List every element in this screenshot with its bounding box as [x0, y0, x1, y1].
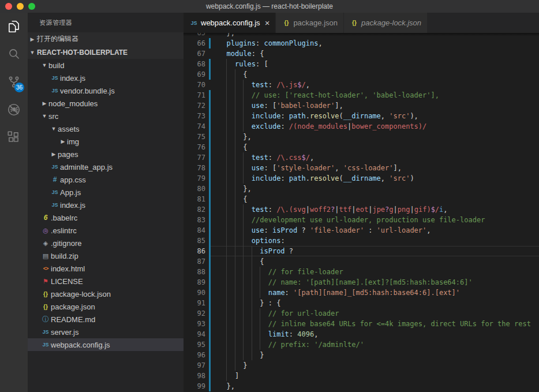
token: woff2 — [310, 206, 331, 214]
token: : — [268, 206, 276, 214]
modified-line-indicator — [209, 194, 211, 204]
code-line-91[interactable]: 91 } : { — [184, 298, 539, 308]
code-line-73[interactable]: 73 include: path.resolve(__dirname, 'src… — [184, 111, 539, 121]
token: jpe — [372, 206, 385, 214]
indent-whitespace — [218, 39, 226, 47]
token: : — [280, 174, 289, 182]
tree-item-label: app.css — [60, 176, 86, 184]
code-line-83[interactable]: 83 //development use url-loader, product… — [184, 215, 539, 225]
code-line-66[interactable]: 66 plugins: commonPlugins, — [184, 38, 539, 48]
line-number: 95 — [184, 339, 205, 350]
code-line-87[interactable]: 87 { — [184, 256, 539, 267]
zoom-window-button[interactable] — [28, 3, 35, 10]
token: : — [289, 330, 297, 338]
tree-item-.babelrc[interactable]: 6.babelrc — [28, 211, 184, 224]
code-line-79[interactable]: 79 include: path.resolve(__dirname, 'src… — [184, 173, 539, 184]
tree-item-webpack.config.js[interactable]: JSwebpack.config.js — [28, 338, 184, 351]
code-line-88[interactable]: 88 // for file-loader — [184, 267, 539, 277]
license-file-icon: ⚑ — [40, 278, 51, 285]
indent-whitespace — [218, 174, 252, 182]
tree-item-img[interactable]: ▶img — [28, 135, 184, 148]
activity-source-control-button[interactable]: 36 — [0, 68, 28, 96]
code-line-67[interactable]: 67 module: { — [184, 48, 539, 59]
code-line-92[interactable]: 92 // for url-loader — [184, 308, 539, 319]
tree-item-label: index.js — [60, 74, 85, 83]
tree-item-server.js[interactable]: JSserver.js — [28, 326, 184, 338]
tree-item-package.json[interactable]: {}package.json — [28, 300, 184, 313]
tab-label: webpack.config.js — [201, 18, 260, 27]
code-line-76[interactable]: 76 { — [184, 142, 539, 152]
code-line-80[interactable]: 80 }, — [184, 184, 539, 194]
code-line-68[interactable]: 68 rules: [ — [184, 59, 539, 69]
tree-item-adminlteapp.js[interactable]: JSadminlte_app.js — [28, 160, 184, 173]
tree-item-license[interactable]: ⚑LICENSE — [28, 275, 184, 288]
tree-item-assets[interactable]: ▼assets — [28, 122, 184, 135]
open-editors-section[interactable]: ▶ 打开的编辑器 — [28, 32, 184, 46]
tab-package-lock.json[interactable]: {}package-lock.json — [344, 13, 428, 33]
tab-webpack.config.js[interactable]: JSwebpack.config.js× — [184, 13, 276, 33]
code-line-84[interactable]: 84 use: isProd ? 'file-loader' : 'url-lo… — [184, 225, 539, 236]
code-line-71[interactable]: 71 // use: ['react-hot-loader', 'babel-l… — [184, 90, 539, 100]
line-number: 76 — [184, 142, 205, 152]
code-line-74[interactable]: 74 exclude: /(node_modules|bower_compone… — [184, 121, 539, 132]
code-line-75[interactable]: 75 }, — [184, 132, 539, 142]
indent-whitespace — [218, 382, 226, 390]
close-tab-icon[interactable]: × — [265, 18, 270, 27]
code-line-89[interactable]: 89 // name: '[path][name].[ext]?[md5:has… — [184, 277, 539, 288]
line-number: 80 — [184, 184, 205, 194]
code-line-90[interactable]: 90 name: '[path][name]_[md5:hash:base64:… — [184, 288, 539, 298]
window-title: webpack.config.js — react-hot-boilerplat… — [206, 2, 333, 10]
token: : — [268, 154, 276, 162]
token: use — [252, 102, 264, 110]
tree-item-app.css[interactable]: #app.css — [28, 173, 184, 186]
code-line-96[interactable]: 96 } — [184, 350, 539, 360]
project-root-section[interactable]: ▼ REACT-HOT-BOILERPLATE — [28, 46, 184, 59]
tree-item-index.js[interactable]: JSindex.js — [28, 199, 184, 211]
code-line-86[interactable]: 86 isProd ? — [184, 246, 539, 256]
tree-item-build.zip[interactable]: ▤build.zip — [28, 249, 184, 262]
tree-item-nodemodules[interactable]: ▶node_modules — [28, 97, 184, 110]
activity-extensions-button[interactable] — [0, 124, 28, 151]
tree-item-pages[interactable]: ▶pages — [28, 148, 184, 160]
tree-item-build[interactable]: ▼build — [28, 59, 184, 72]
close-window-button[interactable] — [5, 3, 12, 10]
code-line-78[interactable]: 78 use: ['style-loader', 'css-loader'], — [184, 163, 539, 173]
activity-search-button[interactable] — [0, 40, 28, 68]
tree-item-index.js[interactable]: JSindex.js — [28, 72, 184, 84]
code-line-98[interactable]: 98 ] — [184, 371, 539, 381]
js-file-icon: JS — [189, 20, 199, 26]
tree-item-src[interactable]: ▼src — [28, 110, 184, 122]
activity-explorer-button[interactable] — [0, 13, 28, 40]
code-editor[interactable]: 65 },66 plugins: commonPlugins,67 module… — [184, 33, 539, 392]
modified-line-indicator — [209, 204, 211, 215]
tree-item-readme.md[interactable]: ⓘREADME.md — [28, 313, 184, 326]
tab-package.json[interactable]: {}package.json — [276, 13, 344, 33]
code-line-85[interactable]: 85 options: — [184, 236, 539, 246]
tree-item-label: package-lock.json — [51, 290, 111, 298]
code-line-72[interactable]: 72 use: ['babel-loader'], — [184, 100, 539, 111]
tree-item-.gitignore[interactable]: ◈.gitignore — [28, 237, 184, 249]
tree-item-app.js[interactable]: JSApp.js — [28, 186, 184, 199]
code-line-77[interactable]: 77 test: /\.css$/, — [184, 152, 539, 163]
extensions-icon — [6, 130, 21, 145]
code-text: // for file-loader — [218, 267, 343, 277]
code-line-94[interactable]: 94 limit: 4096, — [184, 329, 539, 339]
sidebar-title: 资源管理器 — [28, 13, 184, 32]
tree-item-index.html[interactable]: <>index.html — [28, 262, 184, 275]
token: /\.css — [276, 154, 301, 162]
code-line-93[interactable]: 93 // inline base64 URLs for <=4k images… — [184, 319, 539, 329]
code-line-70[interactable]: 70 test: /\.js$/, — [184, 80, 539, 90]
token: : — [285, 289, 293, 297]
code-line-95[interactable]: 95 // prefix: '/adminlte/' — [184, 339, 539, 350]
minimize-window-button[interactable] — [17, 3, 24, 10]
code-line-81[interactable]: 81 { — [184, 194, 539, 204]
code-line-82[interactable]: 82 test: /\.(svg|woff2?|ttf|eot|jpe?g|pn… — [184, 204, 539, 215]
activity-debug-button[interactable] — [0, 96, 28, 124]
code-line-97[interactable]: 97 } — [184, 360, 539, 371]
tree-item-package-lock.json[interactable]: {}package-lock.json — [28, 288, 184, 300]
tree-item-vendor.bundle.js[interactable]: JSvendor.bundle.js — [28, 84, 184, 97]
tree-item-.eslintrc[interactable]: ◎.eslintrc — [28, 224, 184, 237]
code-line-65[interactable]: 65 }, — [184, 33, 539, 38]
code-line-99[interactable]: 99 }, — [184, 381, 539, 391]
code-line-69[interactable]: 69 { — [184, 69, 539, 80]
